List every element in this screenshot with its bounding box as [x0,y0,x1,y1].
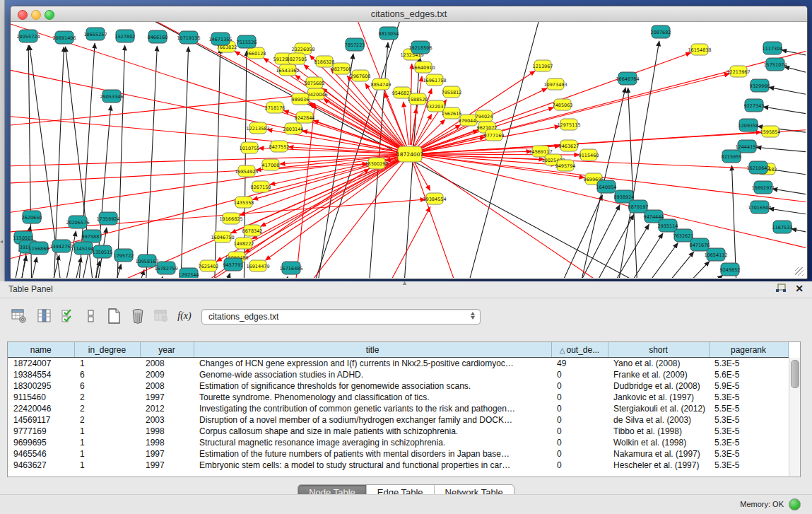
graph-node[interactable]: 16914479 [246,260,269,271]
graph-node[interactable]: 16640910 [411,62,435,73]
graph-node[interactable]: 12213583 [246,122,269,134]
table-source-select[interactable]: citations_edges.txt [201,309,481,325]
graph-node[interactable]: 17016504 [748,201,771,214]
table-cell[interactable]: Tibbo et al. (1998) [608,426,709,437]
table-cell[interactable]: 5.9E-5 [709,380,788,392]
table-cell[interactable]: 1998 [140,437,194,448]
table-cell[interactable]: 9465546 [8,448,74,460]
table-cell[interactable]: 5.6E-5 [709,369,788,380]
graph-node[interactable]: 18724007 [396,146,423,162]
graph-node[interactable]: 9329966 [750,79,770,92]
graph-node[interactable]: 7625402 [199,260,219,271]
table-cell[interactable]: 2003 [140,414,194,426]
graph-node[interactable]: 9495794 [555,160,576,171]
graph-node[interactable]: 8267150 [251,181,271,192]
graph-edge[interactable] [413,163,463,278]
graph-edge[interactable] [419,43,806,152]
graph-edge[interactable] [219,273,230,278]
table-cell[interactable]: 0 [551,414,608,426]
graph-edge[interactable] [686,275,723,278]
table-cell[interactable]: 9699695 [8,437,74,448]
column-header-year[interactable]: year [140,342,194,358]
graph-node[interactable]: 18300295 [365,158,388,169]
table-cell[interactable]: 1 [74,448,140,460]
graph-node[interactable]: 794024 [476,110,493,122]
column-header-name[interactable]: name [8,342,74,358]
graph-node[interactable]: 1595854 [760,126,781,137]
graph-edge[interactable] [214,48,220,278]
graph-node[interactable]: 1167533 [772,221,793,233]
graph-edge[interactable] [601,224,649,278]
table-row[interactable]: 1830029562008Estimation of significance … [8,380,788,392]
graph-edge[interactable] [152,276,163,278]
graph-node[interactable]: 1213967 [533,60,553,71]
table-cell[interactable]: 1 [74,358,140,370]
graph-node[interactable]: 8466160 [148,30,168,43]
graph-node[interactable]: 19166825 [219,213,242,224]
table-cell[interactable]: 1998 [140,426,194,437]
graph-node[interactable]: 10655257 [83,28,107,40]
table-cell[interactable]: de Silva et al. (2003) [608,414,709,426]
table-cell[interactable]: Corpus callosum shape and size in male p… [194,426,551,437]
graph-edge[interactable] [277,276,288,278]
table-cell[interactable]: 2 [74,403,140,414]
table-cell[interactable]: 6 [74,380,140,392]
table-cell[interactable]: 9777169 [8,426,74,437]
graph-edge[interactable] [769,87,806,96]
graph-node[interactable]: 20206576 [66,216,89,228]
table-row[interactable]: 946362711997Embryonic stem cells: a mode… [8,460,788,471]
network-view-window[interactable]: citations_edges.txt 18724007766382296601… [10,6,808,279]
table-row[interactable]: 977716911998Corpus callosum shape and si… [8,426,788,437]
graph-node[interactable]: 1795722 [114,249,134,262]
window-titlebar[interactable]: citations_edges.txt [11,6,807,22]
splitter-handle-icon[interactable]: ▲ [401,279,408,286]
table-cell[interactable]: 18724007 [8,358,74,370]
graph-edge[interactable] [769,209,806,216]
table-cell[interactable]: 2 [74,414,140,426]
memory-ok-indicator[interactable] [789,498,801,510]
graph-edge[interactable] [61,231,76,278]
graph-node[interactable]: 29053346 [100,90,123,103]
table-cell[interactable]: 9115460 [8,392,74,403]
table-cell[interactable]: Wolkin et al. (1998) [608,437,709,448]
table-cell[interactable]: 5.3E-5 [709,358,788,370]
table-cell[interactable]: Stergiakouli et al. (2012) [608,403,709,414]
graph-node[interactable]: 7955812 [442,86,462,98]
table-cell[interactable]: Genome-wide association studies in ADHD. [194,369,551,380]
table-cell[interactable]: Estimation of the future numbers of pati… [194,448,551,460]
graph-node[interactable]: 16782759 [154,262,177,274]
column-header-title[interactable]: title [194,342,551,358]
table-cell[interactable]: 1 [74,437,140,448]
graph-node[interactable]: 1156868 [29,242,49,255]
table-cell[interactable]: 2009 [140,369,194,380]
graph-node[interactable]: 1209358 [739,119,759,132]
table-cell[interactable]: 5.3E-5 [709,437,788,448]
graph-node[interactable]: 17359924 [96,212,119,225]
table-cell[interactable]: 2008 [140,358,194,370]
graph-node[interactable]: 19854925 [235,165,258,177]
delete-table-icon[interactable] [129,307,147,325]
graph-node[interactable]: 9827508 [331,63,352,74]
graph-edge[interactable] [784,66,806,75]
table-cell[interactable]: 5.3E-5 [709,392,788,403]
graph-node[interactable]: 13942757 [49,240,73,252]
table-row[interactable]: 2242004622012Investigating the contribut… [8,403,788,414]
table-cell[interactable]: 5.5E-5 [709,403,788,414]
citation-graph[interactable]: 1872400776638229660128591295423226058382… [11,22,806,278]
graph-node[interactable]: 8471676 [690,238,710,251]
table-cell[interactable]: 0 [551,392,608,403]
table-cell[interactable]: 5.3E-5 [709,426,788,437]
graph-edge[interactable] [11,164,367,185]
graph-node[interactable]: 9777169 [484,129,505,141]
table-cell[interactable]: 1997 [140,460,194,471]
graph-node[interactable]: 24055724 [16,30,40,42]
function-builder-icon[interactable]: f(x) [175,307,194,325]
collapse-panel-icon[interactable]: ◂ [0,239,3,245]
table-cell[interactable]: 49 [551,358,608,370]
graph-edge[interactable] [756,147,806,153]
graph-edge[interactable] [378,206,430,278]
graph-node[interactable]: 9245652 [720,263,741,276]
table-cell[interactable]: 1997 [140,392,194,403]
graph-node[interactable]: 9463627 [559,140,579,151]
graph-edge[interactable] [650,252,694,278]
